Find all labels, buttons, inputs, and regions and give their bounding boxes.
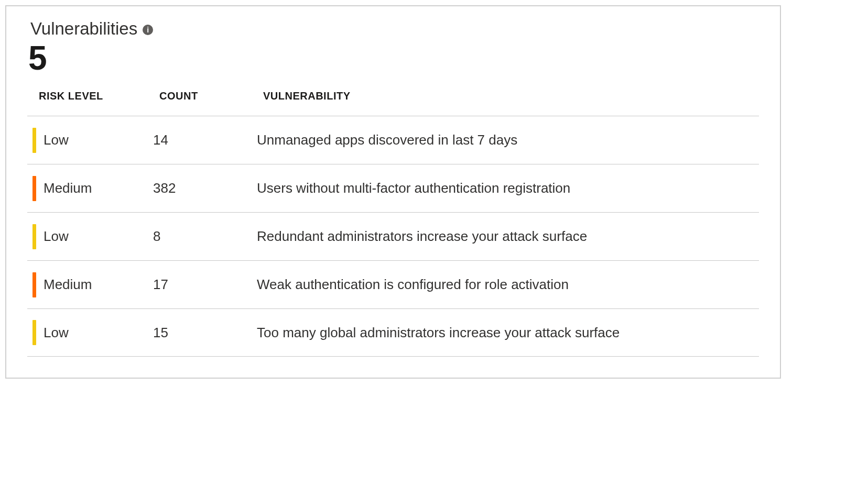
vulnerabilities-tile: Vulnerabilities i 5 RISK LEVEL COUNT VUL… bbox=[5, 5, 781, 379]
vulnerabilities-table: RISK LEVEL COUNT VULNERABILITY Low 14 Un… bbox=[27, 90, 759, 357]
risk-indicator-icon bbox=[32, 272, 36, 297]
risk-indicator-icon bbox=[32, 320, 36, 345]
tile-title: Vulnerabilities bbox=[30, 19, 137, 39]
risk-level-cell: Low bbox=[32, 224, 153, 249]
tile-header: Vulnerabilities i bbox=[27, 19, 759, 39]
tile-total-count: 5 bbox=[27, 40, 759, 76]
count-value: 8 bbox=[153, 228, 257, 245]
count-value: 14 bbox=[153, 132, 257, 148]
risk-level-cell: Low bbox=[32, 128, 153, 153]
count-value: 17 bbox=[153, 277, 257, 293]
risk-level-label: Medium bbox=[44, 180, 92, 196]
risk-indicator-icon bbox=[32, 128, 36, 153]
risk-indicator-icon bbox=[32, 224, 36, 249]
column-header-count[interactable]: COUNT bbox=[159, 90, 263, 102]
risk-level-label: Medium bbox=[44, 277, 92, 293]
table-row[interactable]: Low 14 Unmanaged apps discovered in last… bbox=[27, 116, 759, 164]
count-value: 15 bbox=[153, 325, 257, 341]
column-header-risk-level[interactable]: RISK LEVEL bbox=[39, 90, 159, 102]
table-row[interactable]: Medium 17 Weak authentication is configu… bbox=[27, 260, 759, 308]
vulnerability-description: Too many global administrators increase … bbox=[257, 325, 759, 341]
risk-level-label: Low bbox=[44, 132, 69, 148]
count-value: 382 bbox=[153, 180, 257, 196]
column-header-vulnerability[interactable]: VULNERABILITY bbox=[263, 90, 759, 102]
risk-indicator-icon bbox=[32, 176, 36, 201]
risk-level-cell: Low bbox=[32, 320, 153, 345]
info-icon[interactable]: i bbox=[143, 25, 153, 35]
table-row[interactable]: Low 8 Redundant administrators increase … bbox=[27, 212, 759, 260]
table-header-row: RISK LEVEL COUNT VULNERABILITY bbox=[27, 90, 759, 116]
table-row[interactable]: Low 15 Too many global administrators in… bbox=[27, 308, 759, 357]
risk-level-label: Low bbox=[44, 325, 69, 341]
vulnerability-description: Users without multi-factor authenticatio… bbox=[257, 180, 759, 196]
risk-level-label: Low bbox=[44, 228, 69, 245]
vulnerability-description: Redundant administrators increase your a… bbox=[257, 228, 759, 245]
vulnerability-description: Weak authentication is configured for ro… bbox=[257, 277, 759, 293]
table-row[interactable]: Medium 382 Users without multi-factor au… bbox=[27, 164, 759, 212]
vulnerability-description: Unmanaged apps discovered in last 7 days bbox=[257, 132, 759, 148]
risk-level-cell: Medium bbox=[32, 272, 153, 297]
risk-level-cell: Medium bbox=[32, 176, 153, 201]
